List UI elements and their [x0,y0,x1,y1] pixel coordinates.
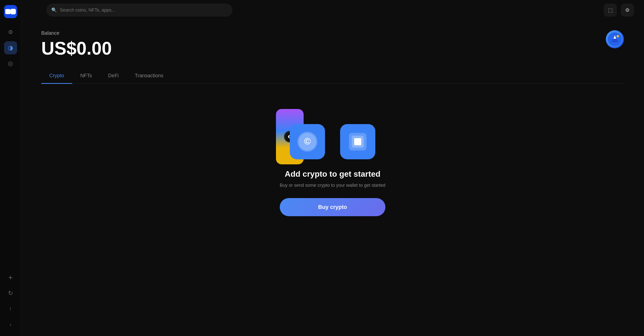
svg-text:©: © [304,136,311,146]
crypto-card-left: © [290,124,325,159]
chevron-right-icon: › [10,322,11,327]
sidebar-refresh-button[interactable]: ↻ [4,287,17,300]
usdc-icon: © [297,132,317,152]
balance-section: Balance US$0.00 [41,30,624,59]
balance-amount: US$0.00 [41,38,624,59]
sidebar-add-button[interactable]: + [4,271,17,284]
wallet-icon: ⬚ [608,7,613,13]
orbit-icon: ◎ [8,60,13,67]
content-area: Balance US$0.00 Crypto NFTs DeFi Transac… [21,20,644,336]
tab-crypto[interactable]: Crypto [41,69,72,84]
sidebar-item-explore[interactable]: ◎ [4,57,17,70]
tabs: Crypto NFTs DeFi Transactions [41,69,624,84]
search-bar[interactable]: 🔍 [46,4,232,17]
empty-state-subtitle: Buy or send some crypto to your wallet t… [280,183,385,188]
empty-state: © [41,99,624,216]
empty-state-title: Add crypto to get started [285,169,380,179]
settings-icon: ⚙ [625,7,630,13]
plus-icon: + [8,273,13,282]
wallet-button[interactable]: ⬚ [604,4,617,17]
sidebar: ⚙ ◑ ◎ + ↻ ↑ › [0,0,21,336]
svg-rect-8 [288,136,289,137]
sidebar-expand-button[interactable]: › [4,318,17,331]
balance-label: Balance [41,30,624,36]
svg-rect-11 [354,138,361,145]
tab-transactions[interactable]: Transactions [127,69,172,84]
crypto-illustration: © [290,109,375,159]
upload-icon: ↑ [9,306,12,312]
crypto-card-right [340,124,375,159]
sidebar-item-portfolio[interactable]: ◑ [4,41,17,54]
avatar-svg [607,32,622,47]
settings-button[interactable]: ⚙ [621,4,634,17]
buy-crypto-button[interactable]: Buy crypto [280,198,385,216]
square-icon [349,133,367,151]
search-icon: 🔍 [51,7,57,13]
avatar-image [607,32,622,47]
refresh-icon: ↻ [8,290,13,297]
sidebar-item-settings[interactable]: ⚙ [4,26,17,39]
gear-icon: ⚙ [8,29,13,35]
app-logo[interactable] [4,5,17,18]
tab-nfts[interactable]: NFTs [72,69,100,84]
tab-defi[interactable]: DeFi [100,69,127,84]
search-input[interactable] [60,8,227,13]
sidebar-send-button[interactable]: ↑ [4,302,17,315]
avatar[interactable] [606,30,624,48]
svg-point-4 [617,35,619,38]
header: 🔍 ⬚ ⚙ [21,0,644,20]
main-content: 🔍 ⬚ ⚙ [21,0,644,336]
chart-icon: ◑ [8,44,13,51]
